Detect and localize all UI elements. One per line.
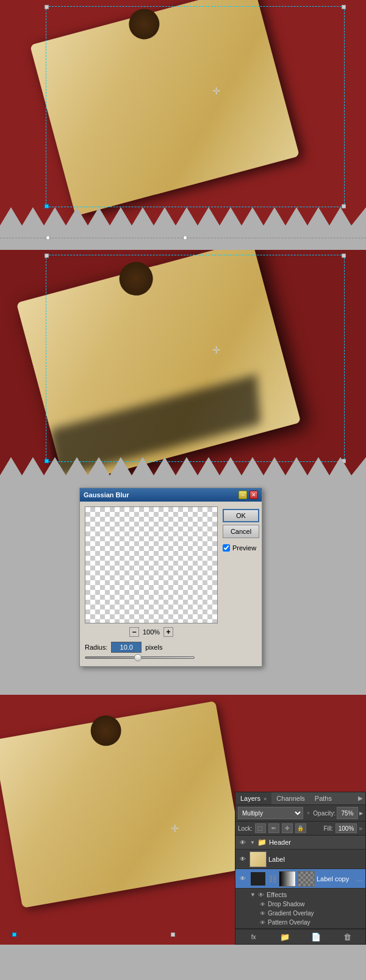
layer-more-button[interactable]: … bbox=[356, 875, 363, 883]
zoom-out-button[interactable]: − bbox=[129, 627, 139, 637]
layers-bottom-bar: fx 📁 📄 🗑 bbox=[235, 929, 365, 944]
gaussian-blur-dialog[interactable]: Gaussian Blur – ✕ − 100% + Radius: pixel… bbox=[79, 488, 262, 667]
effects-header: ▼ 👁 Effects bbox=[250, 890, 363, 900]
opacity-input[interactable] bbox=[337, 807, 358, 819]
dialog-body: − 100% + Radius: pixels OK Cancel bbox=[80, 502, 262, 666]
opacity-label: Opacity: bbox=[313, 810, 336, 817]
handle-mid-tl bbox=[45, 254, 49, 258]
zigzag-mid bbox=[0, 457, 366, 475]
layer-fx-button[interactable]: fx bbox=[248, 931, 260, 942]
layers-controls: Multiply ▼ Opacity: ▶ bbox=[235, 805, 365, 822]
lock-transparent-button[interactable]: ⬚ bbox=[255, 823, 266, 833]
top-canvas-section: ✛ bbox=[0, 0, 366, 225]
layer-label-visibility[interactable]: 👁 bbox=[238, 854, 248, 864]
dialog-minimize-button[interactable]: – bbox=[239, 491, 247, 499]
dialog-close-button[interactable]: ✕ bbox=[249, 491, 258, 499]
panel-expand-button[interactable]: ▶ bbox=[358, 795, 363, 801]
layer-labelcopy-visibility[interactable]: 👁 bbox=[238, 874, 248, 884]
layer-label-thumbnail bbox=[249, 851, 267, 867]
preview-checkbox-row: Preview bbox=[223, 544, 259, 552]
effect3-eye-icon[interactable]: 👁 bbox=[260, 920, 265, 926]
handle-mid-bl bbox=[45, 459, 49, 463]
zoom-in-button[interactable]: + bbox=[163, 627, 173, 637]
tab-layers[interactable]: Layers × bbox=[235, 792, 271, 804]
radius-input[interactable] bbox=[111, 642, 142, 653]
layer-item-label[interactable]: 👁 Label bbox=[235, 850, 365, 869]
handle-tr bbox=[342, 5, 346, 9]
tag-image-bottom bbox=[0, 701, 245, 908]
chain-link-icon: ⛓ bbox=[268, 874, 277, 884]
opacity-arrow-icon: ▶ bbox=[359, 811, 363, 816]
group-visibility-toggle[interactable]: 👁 bbox=[238, 837, 248, 847]
layers-tab-close-icon[interactable]: × bbox=[264, 796, 267, 802]
layer-labelcopy-name: Label copy bbox=[317, 875, 354, 882]
effect2-eye-icon[interactable]: 👁 bbox=[260, 911, 265, 917]
zigzag-top bbox=[0, 207, 366, 225]
selection-handle-bm-bottom bbox=[171, 932, 175, 937]
slider-track bbox=[85, 656, 195, 659]
cancel-button[interactable]: Cancel bbox=[223, 525, 259, 538]
layer-labelcopy-pattern-thumb bbox=[298, 871, 315, 887]
layers-lock-row: Lock: ⬚ ✏ ✛ 🔒 Fill: ▶ bbox=[235, 822, 365, 836]
top-canvas-bg: ✛ bbox=[0, 0, 366, 225]
dialog-window-buttons: – ✕ bbox=[239, 491, 258, 499]
layer-labelcopy-gradient-thumb bbox=[279, 871, 296, 887]
dialog-left: − 100% + Radius: pixels bbox=[85, 506, 218, 661]
layers-tabs: Layers × Channels Paths ▶ bbox=[235, 792, 365, 805]
delete-layer-button[interactable]: 🗑 bbox=[341, 931, 353, 942]
zoom-value: 100% bbox=[143, 628, 160, 636]
effects-section: ▼ 👁 Effects 👁 Drop Shadow 👁 Gradient Ove… bbox=[235, 889, 365, 929]
opacity-control: Opacity: ▶ bbox=[313, 807, 363, 819]
effect3-label: Pattern Overlay bbox=[268, 919, 310, 926]
blend-mode-arrow: ▼ bbox=[306, 811, 310, 816]
fill-arrow-icon: ▶ bbox=[359, 826, 363, 831]
handle-br bbox=[342, 204, 346, 208]
layer-labelcopy-thumbnail bbox=[249, 871, 267, 887]
dialog-titlebar: Gaussian Blur – ✕ bbox=[80, 488, 262, 502]
group-name-label: Header bbox=[269, 839, 291, 846]
slider-thumb[interactable] bbox=[134, 654, 142, 661]
effects-eye-icon[interactable]: 👁 bbox=[258, 892, 264, 898]
handle-sep1-l bbox=[46, 236, 50, 240]
layer-label-name: Label bbox=[268, 856, 363, 863]
handle-tl bbox=[45, 5, 49, 9]
dialog-zoom-row: − 100% + bbox=[85, 627, 218, 637]
effect1-label: Drop Shadow bbox=[268, 901, 305, 907]
dialog-title: Gaussian Blur bbox=[84, 491, 129, 499]
effects-label: Effects bbox=[267, 891, 287, 898]
dialog-preview-area bbox=[85, 506, 218, 623]
blend-mode-select[interactable]: Multiply bbox=[238, 807, 303, 819]
bottom-canvas-bg: ✛ Layers × Channels Paths ▶ bbox=[0, 695, 366, 945]
lock-label: Lock: bbox=[238, 825, 253, 832]
handle-bl bbox=[45, 204, 49, 208]
effect2-label: Gradient Overlay bbox=[268, 910, 314, 917]
effect1-eye-icon[interactable]: 👁 bbox=[260, 901, 265, 907]
effect-drop-shadow[interactable]: 👁 Drop Shadow bbox=[250, 900, 363, 909]
layers-panel[interactable]: Layers × Channels Paths ▶ Multiply ▼ Opa bbox=[235, 792, 366, 945]
new-layer-button[interactable]: 📄 bbox=[310, 931, 322, 942]
lock-position-button[interactable]: ✛ bbox=[282, 823, 293, 833]
gray-separator-1 bbox=[0, 225, 366, 250]
ok-button[interactable]: OK bbox=[223, 509, 259, 522]
effects-collapse-icon[interactable]: ▼ bbox=[250, 892, 256, 898]
effect-pattern-overlay[interactable]: 👁 Pattern Overlay bbox=[250, 918, 363, 927]
layer-group-header[interactable]: 👁 ▼ 📁 Header bbox=[235, 836, 365, 850]
handle-sep1-m bbox=[183, 236, 187, 240]
layer-item-label-copy[interactable]: 👁 ⛓ Label copy … bbox=[235, 869, 365, 889]
new-group-button[interactable]: 📁 bbox=[279, 931, 291, 942]
lock-all-button[interactable]: 🔒 bbox=[295, 823, 306, 833]
lock-image-button[interactable]: ✏ bbox=[268, 823, 279, 833]
effect-gradient-overlay[interactable]: 👁 Gradient Overlay bbox=[250, 909, 363, 918]
group-collapse-arrow[interactable]: ▼ bbox=[250, 840, 255, 845]
preview-checkbox[interactable] bbox=[223, 544, 230, 552]
bottom-canvas-section: ✛ Layers × Channels Paths ▶ bbox=[0, 695, 366, 945]
fill-input[interactable] bbox=[336, 823, 357, 833]
tag-hole-bottom bbox=[88, 713, 124, 748]
folder-icon: 📁 bbox=[257, 838, 267, 847]
dialog-area: Gaussian Blur – ✕ − 100% + Radius: pixel… bbox=[0, 475, 366, 695]
mid-canvas-section: ✛ bbox=[0, 250, 366, 475]
tab-paths[interactable]: Paths bbox=[310, 792, 337, 804]
tab-channels[interactable]: Channels bbox=[271, 792, 309, 804]
dialog-slider[interactable] bbox=[85, 656, 218, 659]
selection-handle-bl-bottom bbox=[12, 932, 16, 937]
